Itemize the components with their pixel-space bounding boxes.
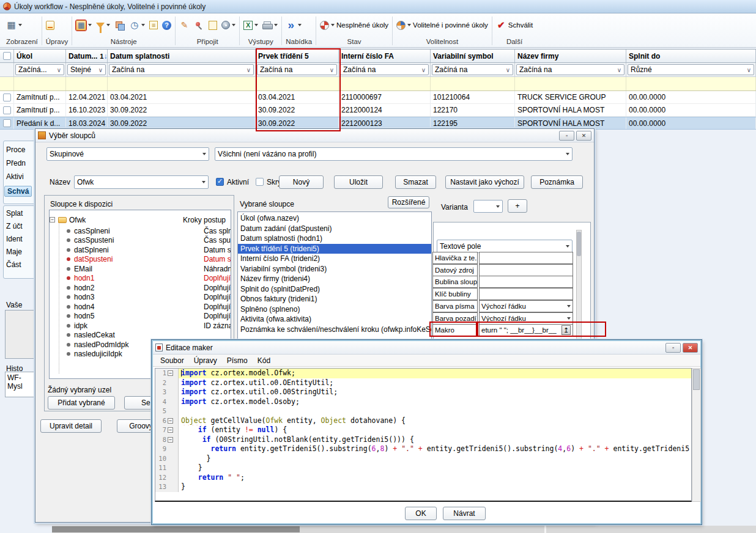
filter-entry-cell-2[interactable] xyxy=(66,77,108,90)
list-item[interactable]: Úkol (ofwa.nazev) xyxy=(238,213,431,224)
toolbar-button[interactable] xyxy=(262,20,278,31)
list-item[interactable]: Obnos faktury (trideni1) xyxy=(238,294,431,304)
prop-value[interactable] xyxy=(479,288,573,300)
list-item[interactable]: Interní číslo FA (trideni2) xyxy=(238,254,431,264)
toolbar-button[interactable] xyxy=(221,21,235,29)
column-header-3[interactable]: Datum splatnosti xyxy=(108,50,256,62)
tree-item-hodn1[interactable]: hodn1Doplňujíc xyxy=(50,274,231,283)
fold-collapse-icon[interactable]: − xyxy=(168,437,173,443)
add-selected-button[interactable]: Přidat vybrané xyxy=(48,396,115,410)
filter-entry-cell-6[interactable] xyxy=(431,77,515,90)
sidebar-item-splat[interactable]: Splat xyxy=(6,209,23,218)
prop-value[interactable] xyxy=(479,276,573,288)
fold-collapse-icon[interactable]: − xyxy=(168,427,173,433)
list-item[interactable]: Splnit do (splnitDatPred) xyxy=(238,284,431,295)
tree-item-hodn4[interactable]: hodn4Doplňujíc xyxy=(50,302,231,311)
note-button[interactable]: Poznámka xyxy=(531,175,583,189)
field-type-combo[interactable]: Textové pole xyxy=(437,240,573,253)
restore-icon[interactable]: ▫ xyxy=(665,343,681,353)
list-item[interactable]: Prvek třídění 5 (trideni5) xyxy=(238,244,431,254)
filter-combo-5[interactable]: Začíná na∨ xyxy=(340,64,429,75)
save-button[interactable]: Uložit xyxy=(334,175,383,189)
column-header-2[interactable]: Datum...1↓ xyxy=(66,50,108,62)
toolbar-button[interactable]: ◷ xyxy=(129,20,145,31)
macro-dialog-titlebar[interactable]: Editace maker ▫ ✕ xyxy=(153,341,700,355)
column-header-7[interactable]: Název firmy xyxy=(515,50,626,62)
select-all-checkbox[interactable] xyxy=(3,52,11,60)
toolbar-button[interactable]: Volitelné i povinné úkoly xyxy=(396,21,488,30)
set-default-button[interactable]: Nastavit jako výchozí xyxy=(445,175,524,189)
fold-collapse-icon[interactable]: − xyxy=(168,370,173,376)
prop-value[interactable]: eturn " "; __br__}__br__↥ xyxy=(479,324,573,336)
tree-item-datSpusteni[interactable]: datSpusteniDatum sp xyxy=(50,255,231,264)
filter-combo-7[interactable]: Začíná na∨ xyxy=(516,64,624,75)
prop-value[interactable] xyxy=(479,264,573,276)
toolbar-button[interactable] xyxy=(194,20,204,31)
row-checkbox[interactable] xyxy=(3,94,11,101)
column-header-8[interactable]: Splnit do xyxy=(626,50,756,62)
menu-úpravy[interactable]: Úpravy xyxy=(189,356,222,365)
toolbar-button[interactable]: ▦ xyxy=(6,20,22,31)
sidebar-item-maje[interactable]: Maje xyxy=(6,248,22,256)
profile-combo[interactable]: Skupinové xyxy=(46,147,209,161)
variant-add-button[interactable]: + xyxy=(508,199,527,213)
toolbar-button[interactable]: ▦ xyxy=(76,20,92,31)
prop-value[interactable]: Výchozí řádku xyxy=(479,300,573,312)
delete-button[interactable]: Smazat xyxy=(395,175,436,189)
row-checkbox[interactable] xyxy=(3,119,11,127)
list-item[interactable]: Aktivita (ofwa.aktivita) xyxy=(238,314,431,325)
list-item[interactable]: Název firmy (trideni4) xyxy=(238,274,431,284)
list-item[interactable]: Poznámka ke schválení/neschválení kroku … xyxy=(238,325,431,335)
tree-root-row[interactable]: − Ofwk Kroky postup xyxy=(50,215,231,224)
variant-combo[interactable] xyxy=(473,200,503,213)
sidebar-item-proce[interactable]: Proce xyxy=(6,145,25,154)
menu-kód[interactable]: Kód xyxy=(253,356,275,365)
collapse-icon[interactable]: − xyxy=(50,217,55,222)
scope-combo[interactable]: Všichni (není vázáno na profil) xyxy=(215,147,573,161)
menu-písmo[interactable]: Písmo xyxy=(222,356,253,365)
editor-scrollbar[interactable] xyxy=(692,368,701,502)
column-header-5[interactable]: Interní číslo FA xyxy=(339,50,431,62)
tree-item-EMail[interactable]: EMailNáhradní xyxy=(50,264,231,273)
filter-combo-4[interactable]: Začíná na∨ xyxy=(257,64,337,75)
column-header-4[interactable]: Prvek třídění 5 xyxy=(256,50,339,62)
toolbar-button[interactable] xyxy=(209,21,217,30)
sidebar-item-vaše[interactable]: Vaše xyxy=(6,301,22,309)
tree-item-hodn2[interactable]: hodn2Doplňujíc xyxy=(50,283,231,292)
filter-entry-cell-3[interactable] xyxy=(108,77,256,90)
sidebar-item-předn[interactable]: Předn xyxy=(6,159,26,167)
prop-value[interactable]: Výchozí řádku xyxy=(479,312,573,325)
name-combo[interactable]: Ofwk xyxy=(74,175,209,189)
toolbar-button[interactable]: » xyxy=(286,20,302,31)
edit-detail-button[interactable]: Upravit detail xyxy=(40,419,102,433)
sidebar-item-aktivi[interactable]: Aktivi xyxy=(6,172,24,181)
column-header-1[interactable]: Úkol xyxy=(14,50,66,62)
list-item[interactable]: Variabilní symbol (trideni3) xyxy=(238,264,431,274)
toolbar-button[interactable]: Nesplněné úkoly xyxy=(320,21,388,30)
tree-item-datSplneni[interactable]: datSplneniDatum sp xyxy=(50,245,231,254)
filter-combo-8[interactable]: Různé∨ xyxy=(628,64,754,75)
toolbar-button[interactable]: X xyxy=(243,21,258,30)
toolbar-button[interactable] xyxy=(114,20,125,31)
active-checkbox[interactable] xyxy=(216,178,224,186)
close-icon[interactable]: ✕ xyxy=(576,131,591,141)
filter-entry-cell-5[interactable] xyxy=(339,77,431,90)
filter-entry-cell-4[interactable] xyxy=(256,77,339,90)
column-dialog-titlebar[interactable]: Výběr sloupců ▫ ✕ xyxy=(35,129,594,142)
tree-item-nasledCekat[interactable]: nasledCekat xyxy=(50,331,231,340)
new-button[interactable]: Nový xyxy=(279,175,324,189)
bottom-scrollbar-thumb[interactable] xyxy=(52,526,300,532)
toolbar-button[interactable]: ✔Schválit xyxy=(496,20,533,31)
list-item[interactable]: Datum zadání (datSpusteni) xyxy=(238,224,431,234)
table-row[interactable]: Předání k d...18.03.202430.09.202230.09.… xyxy=(0,117,756,130)
sidebar-item-část[interactable]: Část xyxy=(6,260,21,269)
toolbar-button[interactable]: ✎ xyxy=(179,20,190,31)
toolbar-button[interactable]: ≡ xyxy=(149,21,158,29)
filter-combo-3[interactable]: Začíná na∨ xyxy=(109,64,254,75)
sidebar-item-ident[interactable]: Ident xyxy=(6,235,23,243)
tree-item-casSpusteni[interactable]: casSpusteniČas spuš xyxy=(50,236,231,245)
restore-icon[interactable]: ▫ xyxy=(559,131,574,141)
back-button[interactable]: Návrat xyxy=(443,507,486,520)
filter-combo-1[interactable]: Začíná...∨ xyxy=(15,64,64,75)
hidden-checkbox[interactable] xyxy=(256,178,264,186)
